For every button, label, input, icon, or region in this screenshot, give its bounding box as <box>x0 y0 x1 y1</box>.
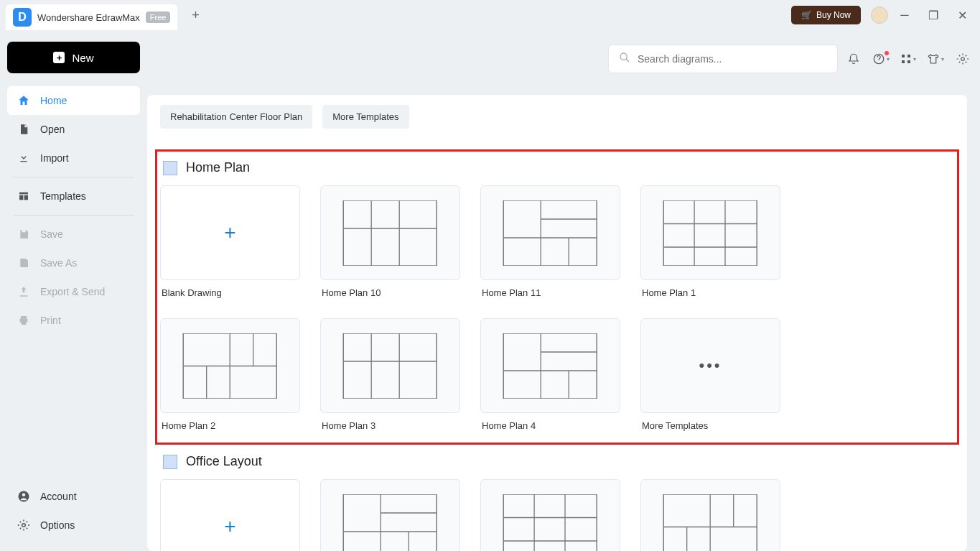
section-office-layout: Office Layout+ <box>160 448 954 551</box>
chip-rehabilitation[interactable]: Rehabilitation Center Floor Plan <box>160 105 312 129</box>
template-card[interactable] <box>480 479 620 551</box>
main: + New Home Open Import Templates Save Sa… <box>0 30 980 551</box>
app-name: Wondershare EdrawMax <box>37 12 140 23</box>
templates-icon <box>17 190 30 203</box>
apps-icon[interactable]: ▾ <box>897 47 920 70</box>
divider <box>13 215 134 216</box>
svg-rect-0 <box>19 193 28 195</box>
template-card[interactable] <box>320 479 460 551</box>
sidebar-item-templates[interactable]: Templates <box>7 182 140 210</box>
svg-rect-3 <box>21 316 27 318</box>
search-box[interactable] <box>608 45 838 73</box>
svg-rect-17 <box>343 200 437 266</box>
template-thumbnail: ••• <box>640 318 780 413</box>
account-icon <box>17 490 30 503</box>
sidebar-item-label: Save As <box>40 257 77 269</box>
template-label: Home Plan 10 <box>320 287 460 298</box>
home-icon <box>17 94 30 107</box>
sidebar-item-label: Options <box>40 519 75 531</box>
sidebar-item-label: Account <box>40 491 77 502</box>
sidebar-item-export: Export & Send <box>7 277 140 306</box>
template-card[interactable]: Home Plan 11 <box>480 185 620 298</box>
svg-line-10 <box>626 59 629 62</box>
template-card[interactable]: Home Plan 4 <box>480 318 620 431</box>
template-thumbnail <box>320 185 460 280</box>
settings-icon[interactable] <box>951 47 974 70</box>
template-label: Home Plan 3 <box>320 420 460 431</box>
template-label: Home Plan 4 <box>480 420 620 431</box>
svg-point-8 <box>22 524 26 527</box>
template-thumbnail: + <box>160 185 300 280</box>
section-header: Office Layout <box>160 448 954 479</box>
search-input[interactable] <box>638 53 827 65</box>
minimize-button[interactable]: ─ <box>892 4 917 26</box>
sidebar-item-options[interactable]: Options <box>7 511 140 540</box>
svg-rect-40 <box>503 333 597 399</box>
svg-rect-26 <box>663 200 757 266</box>
notifications-icon[interactable] <box>842 47 865 70</box>
sidebar-item-print: Print <box>7 306 140 335</box>
template-card[interactable]: Home Plan 1 <box>640 185 780 298</box>
svg-rect-2 <box>24 195 28 200</box>
help-icon[interactable]: ▾ <box>869 47 892 70</box>
user-avatar[interactable] <box>871 6 888 24</box>
download-icon <box>17 152 30 165</box>
template-label: Home Plan 11 <box>480 287 620 298</box>
template-thumbnail <box>480 318 620 413</box>
sidebar-item-open[interactable]: Open <box>7 115 140 144</box>
template-card[interactable]: +Blank Drawing <box>160 185 300 298</box>
new-tab-button[interactable]: + <box>186 6 205 24</box>
buy-now-label: Buy Now <box>816 10 851 20</box>
close-button[interactable]: ✕ <box>950 4 974 26</box>
shirt-icon[interactable]: ▾ <box>924 47 947 70</box>
svg-rect-14 <box>902 60 905 63</box>
templates-panel[interactable]: Rehabilitation Center Floor Plan More Te… <box>147 95 967 551</box>
print-icon <box>17 314 30 327</box>
section-home-plan: Home Plan+Blank DrawingHome Plan 10Home … <box>156 150 958 444</box>
svg-rect-21 <box>503 200 597 266</box>
template-thumbnail <box>480 185 620 280</box>
export-icon <box>17 285 30 298</box>
template-card[interactable]: Home Plan 3 <box>320 318 460 431</box>
template-label: Home Plan 1 <box>640 287 780 298</box>
template-thumbnail <box>640 185 780 280</box>
svg-point-9 <box>620 53 627 60</box>
free-badge: Free <box>146 11 171 23</box>
sidebar-item-import[interactable]: Import <box>7 144 140 172</box>
sidebar-item-account[interactable]: Account <box>7 482 140 511</box>
maximize-button[interactable]: ❐ <box>921 4 946 26</box>
template-card[interactable] <box>640 479 780 551</box>
plus-icon: + <box>53 52 65 63</box>
svg-rect-45 <box>343 494 437 552</box>
template-card[interactable]: Home Plan 10 <box>320 185 460 298</box>
plus-icon: + <box>224 221 235 244</box>
svg-rect-5 <box>22 321 27 325</box>
new-button-label: New <box>72 52 93 64</box>
template-label: More Templates <box>640 420 780 431</box>
titlebar: D Wondershare EdrawMax Free + 🛒 Buy Now … <box>0 0 980 30</box>
sidebar-item-label: Export & Send <box>40 286 105 297</box>
template-card[interactable]: Home Plan 2 <box>160 318 300 431</box>
template-card[interactable]: •••More Templates <box>640 318 780 431</box>
sidebar-item-saveas: Save As <box>7 249 140 277</box>
sidebar-item-home[interactable]: Home <box>7 86 140 115</box>
plus-icon: + <box>224 515 235 538</box>
section-title: Home Plan <box>186 160 250 175</box>
svg-rect-36 <box>343 333 437 399</box>
save-icon <box>17 228 30 241</box>
app-tab[interactable]: D Wondershare EdrawMax Free <box>6 4 177 30</box>
template-card[interactable]: + <box>160 479 300 551</box>
gear-icon <box>17 519 30 532</box>
sidebar-item-label: Templates <box>40 190 86 202</box>
chip-more-templates[interactable]: More Templates <box>322 105 409 129</box>
template-thumbnail <box>160 318 300 413</box>
svg-point-16 <box>961 57 965 61</box>
buy-now-button[interactable]: 🛒 Buy Now <box>791 6 861 24</box>
sidebar-item-label: Open <box>40 124 65 135</box>
cart-icon: 🛒 <box>801 10 812 20</box>
section-icon <box>163 161 177 175</box>
section-icon <box>163 455 177 469</box>
new-button[interactable]: + New <box>7 42 140 73</box>
template-label: Home Plan 2 <box>160 420 300 431</box>
divider <box>13 177 134 177</box>
